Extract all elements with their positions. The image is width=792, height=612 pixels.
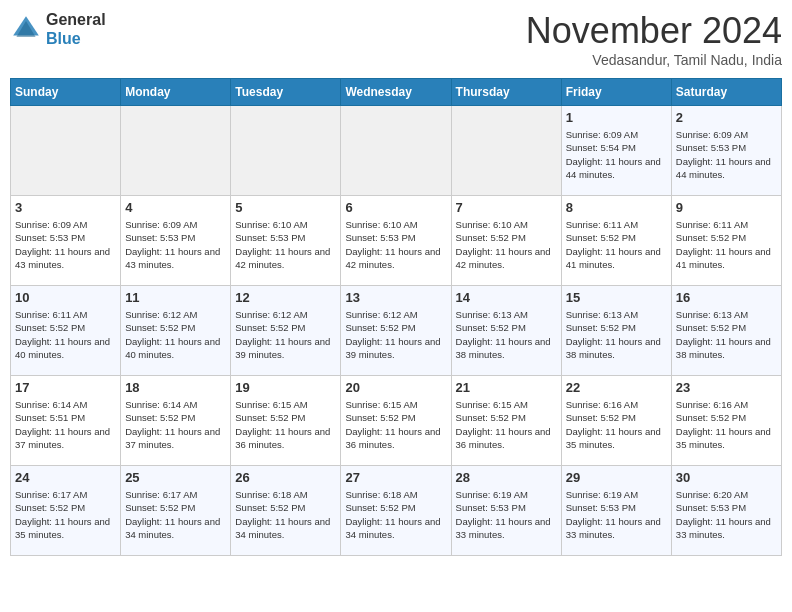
calendar-day-cell: 14Sunrise: 6:13 AMSunset: 5:52 PMDayligh… bbox=[451, 286, 561, 376]
day-info: Sunrise: 6:17 AMSunset: 5:52 PMDaylight:… bbox=[15, 488, 116, 541]
logo: General Blue bbox=[10, 10, 106, 48]
calendar-day-cell: 2Sunrise: 6:09 AMSunset: 5:53 PMDaylight… bbox=[671, 106, 781, 196]
day-info: Sunrise: 6:09 AMSunset: 5:53 PMDaylight:… bbox=[15, 218, 116, 271]
day-info: Sunrise: 6:12 AMSunset: 5:52 PMDaylight:… bbox=[345, 308, 446, 361]
day-info: Sunrise: 6:10 AMSunset: 5:52 PMDaylight:… bbox=[456, 218, 557, 271]
day-info: Sunrise: 6:10 AMSunset: 5:53 PMDaylight:… bbox=[235, 218, 336, 271]
day-info: Sunrise: 6:18 AMSunset: 5:52 PMDaylight:… bbox=[345, 488, 446, 541]
weekday-header-saturday: Saturday bbox=[671, 79, 781, 106]
day-info: Sunrise: 6:19 AMSunset: 5:53 PMDaylight:… bbox=[566, 488, 667, 541]
day-info: Sunrise: 6:20 AMSunset: 5:53 PMDaylight:… bbox=[676, 488, 777, 541]
calendar-day-cell: 18Sunrise: 6:14 AMSunset: 5:52 PMDayligh… bbox=[121, 376, 231, 466]
day-number: 7 bbox=[456, 200, 557, 215]
calendar-day-cell: 21Sunrise: 6:15 AMSunset: 5:52 PMDayligh… bbox=[451, 376, 561, 466]
day-info: Sunrise: 6:13 AMSunset: 5:52 PMDaylight:… bbox=[676, 308, 777, 361]
day-number: 6 bbox=[345, 200, 446, 215]
day-info: Sunrise: 6:16 AMSunset: 5:52 PMDaylight:… bbox=[676, 398, 777, 451]
day-info: Sunrise: 6:18 AMSunset: 5:52 PMDaylight:… bbox=[235, 488, 336, 541]
day-info: Sunrise: 6:09 AMSunset: 5:53 PMDaylight:… bbox=[676, 128, 777, 181]
day-number: 3 bbox=[15, 200, 116, 215]
calendar-day-cell bbox=[451, 106, 561, 196]
day-info: Sunrise: 6:17 AMSunset: 5:52 PMDaylight:… bbox=[125, 488, 226, 541]
calendar-day-cell: 16Sunrise: 6:13 AMSunset: 5:52 PMDayligh… bbox=[671, 286, 781, 376]
day-info: Sunrise: 6:10 AMSunset: 5:53 PMDaylight:… bbox=[345, 218, 446, 271]
page-header: General Blue November 2024 Vedasandur, T… bbox=[10, 10, 782, 68]
calendar-day-cell: 30Sunrise: 6:20 AMSunset: 5:53 PMDayligh… bbox=[671, 466, 781, 556]
day-info: Sunrise: 6:13 AMSunset: 5:52 PMDaylight:… bbox=[566, 308, 667, 361]
day-info: Sunrise: 6:15 AMSunset: 5:52 PMDaylight:… bbox=[235, 398, 336, 451]
calendar-day-cell bbox=[121, 106, 231, 196]
weekday-header-monday: Monday bbox=[121, 79, 231, 106]
calendar-day-cell: 5Sunrise: 6:10 AMSunset: 5:53 PMDaylight… bbox=[231, 196, 341, 286]
day-info: Sunrise: 6:11 AMSunset: 5:52 PMDaylight:… bbox=[676, 218, 777, 271]
day-info: Sunrise: 6:11 AMSunset: 5:52 PMDaylight:… bbox=[566, 218, 667, 271]
calendar-day-cell: 10Sunrise: 6:11 AMSunset: 5:52 PMDayligh… bbox=[11, 286, 121, 376]
calendar-week-3: 10Sunrise: 6:11 AMSunset: 5:52 PMDayligh… bbox=[11, 286, 782, 376]
calendar-day-cell bbox=[341, 106, 451, 196]
day-info: Sunrise: 6:14 AMSunset: 5:51 PMDaylight:… bbox=[15, 398, 116, 451]
calendar-day-cell: 4Sunrise: 6:09 AMSunset: 5:53 PMDaylight… bbox=[121, 196, 231, 286]
day-number: 11 bbox=[125, 290, 226, 305]
calendar-day-cell: 1Sunrise: 6:09 AMSunset: 5:54 PMDaylight… bbox=[561, 106, 671, 196]
day-number: 27 bbox=[345, 470, 446, 485]
day-info: Sunrise: 6:12 AMSunset: 5:52 PMDaylight:… bbox=[235, 308, 336, 361]
day-number: 2 bbox=[676, 110, 777, 125]
day-info: Sunrise: 6:09 AMSunset: 5:54 PMDaylight:… bbox=[566, 128, 667, 181]
logo-icon bbox=[10, 13, 42, 45]
logo-text: General Blue bbox=[46, 10, 106, 48]
day-number: 22 bbox=[566, 380, 667, 395]
weekday-header-friday: Friday bbox=[561, 79, 671, 106]
day-number: 16 bbox=[676, 290, 777, 305]
calendar-day-cell: 17Sunrise: 6:14 AMSunset: 5:51 PMDayligh… bbox=[11, 376, 121, 466]
location-subtitle: Vedasandur, Tamil Nadu, India bbox=[526, 52, 782, 68]
day-number: 10 bbox=[15, 290, 116, 305]
day-info: Sunrise: 6:15 AMSunset: 5:52 PMDaylight:… bbox=[456, 398, 557, 451]
day-number: 26 bbox=[235, 470, 336, 485]
calendar-day-cell bbox=[231, 106, 341, 196]
day-number: 9 bbox=[676, 200, 777, 215]
calendar-day-cell: 7Sunrise: 6:10 AMSunset: 5:52 PMDaylight… bbox=[451, 196, 561, 286]
calendar-week-5: 24Sunrise: 6:17 AMSunset: 5:52 PMDayligh… bbox=[11, 466, 782, 556]
day-number: 23 bbox=[676, 380, 777, 395]
calendar-week-2: 3Sunrise: 6:09 AMSunset: 5:53 PMDaylight… bbox=[11, 196, 782, 286]
day-info: Sunrise: 6:16 AMSunset: 5:52 PMDaylight:… bbox=[566, 398, 667, 451]
calendar-day-cell: 25Sunrise: 6:17 AMSunset: 5:52 PMDayligh… bbox=[121, 466, 231, 556]
weekday-header-sunday: Sunday bbox=[11, 79, 121, 106]
day-number: 13 bbox=[345, 290, 446, 305]
calendar-day-cell: 19Sunrise: 6:15 AMSunset: 5:52 PMDayligh… bbox=[231, 376, 341, 466]
day-number: 30 bbox=[676, 470, 777, 485]
calendar-day-cell bbox=[11, 106, 121, 196]
calendar-week-1: 1Sunrise: 6:09 AMSunset: 5:54 PMDaylight… bbox=[11, 106, 782, 196]
day-info: Sunrise: 6:19 AMSunset: 5:53 PMDaylight:… bbox=[456, 488, 557, 541]
day-number: 19 bbox=[235, 380, 336, 395]
day-number: 12 bbox=[235, 290, 336, 305]
day-info: Sunrise: 6:13 AMSunset: 5:52 PMDaylight:… bbox=[456, 308, 557, 361]
weekday-header-row: SundayMondayTuesdayWednesdayThursdayFrid… bbox=[11, 79, 782, 106]
day-number: 24 bbox=[15, 470, 116, 485]
weekday-header-tuesday: Tuesday bbox=[231, 79, 341, 106]
day-number: 15 bbox=[566, 290, 667, 305]
logo-blue: Blue bbox=[46, 29, 106, 48]
calendar-table: SundayMondayTuesdayWednesdayThursdayFrid… bbox=[10, 78, 782, 556]
logo-general: General bbox=[46, 10, 106, 29]
day-number: 21 bbox=[456, 380, 557, 395]
weekday-header-wednesday: Wednesday bbox=[341, 79, 451, 106]
day-number: 18 bbox=[125, 380, 226, 395]
weekday-header-thursday: Thursday bbox=[451, 79, 561, 106]
calendar-day-cell: 12Sunrise: 6:12 AMSunset: 5:52 PMDayligh… bbox=[231, 286, 341, 376]
day-info: Sunrise: 6:14 AMSunset: 5:52 PMDaylight:… bbox=[125, 398, 226, 451]
day-number: 29 bbox=[566, 470, 667, 485]
calendar-day-cell: 27Sunrise: 6:18 AMSunset: 5:52 PMDayligh… bbox=[341, 466, 451, 556]
day-number: 17 bbox=[15, 380, 116, 395]
day-number: 25 bbox=[125, 470, 226, 485]
calendar-day-cell: 9Sunrise: 6:11 AMSunset: 5:52 PMDaylight… bbox=[671, 196, 781, 286]
day-number: 1 bbox=[566, 110, 667, 125]
day-info: Sunrise: 6:12 AMSunset: 5:52 PMDaylight:… bbox=[125, 308, 226, 361]
calendar-day-cell: 24Sunrise: 6:17 AMSunset: 5:52 PMDayligh… bbox=[11, 466, 121, 556]
day-info: Sunrise: 6:09 AMSunset: 5:53 PMDaylight:… bbox=[125, 218, 226, 271]
month-title: November 2024 bbox=[526, 10, 782, 52]
calendar-day-cell: 23Sunrise: 6:16 AMSunset: 5:52 PMDayligh… bbox=[671, 376, 781, 466]
calendar-day-cell: 3Sunrise: 6:09 AMSunset: 5:53 PMDaylight… bbox=[11, 196, 121, 286]
calendar-day-cell: 15Sunrise: 6:13 AMSunset: 5:52 PMDayligh… bbox=[561, 286, 671, 376]
calendar-day-cell: 22Sunrise: 6:16 AMSunset: 5:52 PMDayligh… bbox=[561, 376, 671, 466]
